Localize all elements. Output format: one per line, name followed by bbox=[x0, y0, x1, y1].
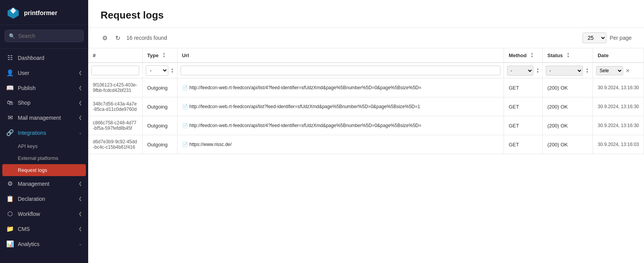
submenu-item-api-keys[interactable]: API keys bbox=[0, 140, 88, 152]
col-label-method: Method bbox=[509, 53, 526, 58]
analytics-icon: 📊 bbox=[6, 240, 14, 248]
cell-method: GET bbox=[504, 116, 543, 135]
sidebar-item-mail-management[interactable]: ✉ Mail management ❮ bbox=[0, 110, 88, 125]
table-row: 9f106123-c425-403e-9fbb-fcdcd42bf231 Out… bbox=[88, 78, 644, 97]
search-icon: 🔍 bbox=[9, 33, 15, 39]
cell-status: (200) OK bbox=[543, 116, 593, 135]
table-header-row: # Type ▲ ▼ Url bbox=[88, 48, 644, 63]
cell-url: 📄https://www.rissc.de/ bbox=[177, 135, 504, 154]
dashboard-icon: ☷ bbox=[6, 54, 14, 61]
type-sort[interactable]: ▲ ▼ bbox=[162, 52, 166, 58]
cell-url: 📄http://feedcon-web.rt-feedcon/api/list/… bbox=[177, 78, 504, 97]
url-filter-input[interactable] bbox=[181, 66, 501, 75]
search-container[interactable]: 🔍 bbox=[5, 30, 84, 42]
sidebar-item-label: Declaration bbox=[18, 196, 45, 202]
col-header-status: Status ▲ ▼ bbox=[543, 48, 593, 63]
chevron-icon: ⌄ bbox=[79, 241, 82, 246]
status-filter-select[interactable]: - (200) OK (404) Not Found (500) Error bbox=[546, 66, 583, 76]
chevron-icon: ❮ bbox=[79, 196, 82, 201]
col-header-method: Method ▲ ▼ bbox=[504, 48, 543, 63]
sidebar-item-shop[interactable]: 🛍 Shop ❮ bbox=[0, 95, 88, 110]
sort-down-icon[interactable]: ▼ bbox=[530, 55, 533, 58]
submenu-label: Request logs bbox=[18, 167, 47, 173]
type-filter-select[interactable]: - Outgoing Incoming bbox=[146, 65, 168, 76]
method-filter-sort[interactable]: ▲ ▼ bbox=[536, 68, 539, 74]
sidebar-divider-top bbox=[0, 48, 88, 49]
submenu-label: External platforms bbox=[18, 155, 58, 161]
chevron-icon: ❮ bbox=[79, 115, 82, 120]
hash-filter-input[interactable] bbox=[91, 66, 139, 75]
per-page-select[interactable]: 25 50 100 bbox=[583, 32, 606, 43]
sidebar-item-label: Shop bbox=[18, 100, 31, 106]
sidebar-item-label: Integrations bbox=[18, 130, 46, 136]
submenu-item-request-logs[interactable]: Request logs bbox=[2, 164, 86, 176]
sidebar-item-declaration[interactable]: 📋 Declaration ❮ bbox=[0, 191, 88, 206]
col-header-hash: # bbox=[88, 48, 142, 63]
sort-down-icon[interactable]: ▼ bbox=[567, 55, 570, 58]
app-name: printformer bbox=[24, 10, 57, 17]
date-filter-clear-button[interactable]: ✕ bbox=[625, 68, 631, 74]
table-row: c866c758-c248-4d77-bf5a-597fefd8b45f Out… bbox=[88, 116, 644, 135]
cell-id: 9f106123-c425-403e-9fbb-fcdcd42bf231 bbox=[88, 78, 142, 97]
user-icon: 👤 bbox=[6, 69, 14, 76]
records-count: 16 records found bbox=[126, 35, 167, 41]
cell-type: Outgoing bbox=[142, 116, 177, 135]
chevron-icon: ❮ bbox=[79, 226, 82, 231]
col-label-status: Status bbox=[547, 53, 563, 58]
col-label-date: Date bbox=[598, 53, 608, 58]
per-page-label: Per page bbox=[610, 35, 632, 41]
submenu-item-external-platforms[interactable]: External platforms bbox=[0, 152, 88, 164]
date-filter-wrap: Sele Today Week Month ✕ bbox=[596, 66, 641, 75]
toolbar: ⚙ ↻ 16 records found 25 50 100 Per page bbox=[88, 28, 644, 48]
sort-down-icon[interactable]: ▼ bbox=[586, 71, 589, 74]
method-sort[interactable]: ▲ ▼ bbox=[530, 52, 533, 58]
main-content: Request logs ⚙ ↻ 16 records found 25 50 … bbox=[88, 0, 644, 263]
sidebar-item-management[interactable]: ⚙ Management ❮ bbox=[0, 176, 88, 191]
method-filter-select[interactable]: - GET POST PUT DELETE bbox=[507, 66, 533, 76]
col-label-hash: # bbox=[93, 53, 96, 58]
search-input[interactable] bbox=[18, 33, 79, 39]
settings-button[interactable]: ⚙ bbox=[101, 33, 109, 43]
cell-date: 30.9.2024, 13:16:03 bbox=[593, 135, 644, 154]
integrations-submenu: API keys External platforms Request logs bbox=[0, 140, 88, 176]
status-filter-sort[interactable]: ▲ ▼ bbox=[586, 68, 589, 74]
sidebar-item-cms[interactable]: 📁 CMS ❮ bbox=[0, 221, 88, 236]
col-header-url: Url bbox=[177, 48, 504, 63]
type-filter-sort[interactable]: ▲ ▼ bbox=[171, 68, 174, 74]
cell-id: c866c758-c248-4d77-bf5a-597fefd8b45f bbox=[88, 116, 142, 135]
request-logs-table: # Type ▲ ▼ Url bbox=[88, 48, 644, 154]
cell-method: GET bbox=[504, 97, 543, 116]
link-icon: 📄 bbox=[182, 123, 188, 128]
sort-down-icon[interactable]: ▼ bbox=[171, 71, 174, 74]
sidebar-item-analytics[interactable]: 📊 Analytics ⌄ bbox=[0, 236, 88, 251]
date-filter-select[interactable]: Sele Today Week Month bbox=[596, 66, 623, 75]
sort-down-icon[interactable]: ▼ bbox=[162, 55, 166, 58]
sidebar-item-label: Publish bbox=[18, 85, 36, 91]
per-page-group: 25 50 100 Per page bbox=[583, 32, 632, 43]
cell-status: (200) OK bbox=[543, 78, 593, 97]
sidebar-item-integrations[interactable]: 🔗 Integrations ⌄ bbox=[0, 125, 88, 140]
refresh-button[interactable]: ↻ bbox=[114, 33, 122, 43]
table-filter-row: - Outgoing Incoming ▲ ▼ bbox=[88, 63, 644, 78]
col-header-date: Date bbox=[593, 48, 644, 63]
mail-icon: ✉ bbox=[6, 114, 14, 121]
link-icon: 📄 bbox=[182, 104, 188, 109]
declaration-icon: 📋 bbox=[6, 195, 14, 202]
sidebar-item-publish[interactable]: 📖 Publish ❮ bbox=[0, 80, 88, 95]
sidebar-item-workflow[interactable]: ⬡ Workflow ❮ bbox=[0, 206, 88, 221]
sidebar-item-dashboard[interactable]: ☷ Dashboard bbox=[0, 50, 88, 65]
cms-icon: 📁 bbox=[6, 225, 14, 232]
sidebar-item-label: User bbox=[18, 70, 29, 76]
table-body: 9f106123-c425-403e-9fbb-fcdcd42bf231 Out… bbox=[88, 78, 644, 154]
cell-id: 348c7d56-c43a-4a7e-85ca-d11c0de9760d bbox=[88, 97, 142, 116]
sidebar-item-label: Analytics bbox=[18, 241, 39, 247]
sidebar-item-user[interactable]: 👤 User ❮ bbox=[0, 65, 88, 80]
printformer-logo-icon bbox=[6, 6, 20, 20]
link-icon: 📄 bbox=[182, 85, 188, 90]
cell-status: (200) OK bbox=[543, 135, 593, 154]
table-row: 348c7d56-c43a-4a7e-85ca-d11c0de9760d Out… bbox=[88, 97, 644, 116]
cell-type: Outgoing bbox=[142, 78, 177, 97]
status-sort[interactable]: ▲ ▼ bbox=[567, 52, 570, 58]
col-label-url: Url bbox=[182, 53, 189, 58]
sort-down-icon[interactable]: ▼ bbox=[536, 71, 539, 74]
